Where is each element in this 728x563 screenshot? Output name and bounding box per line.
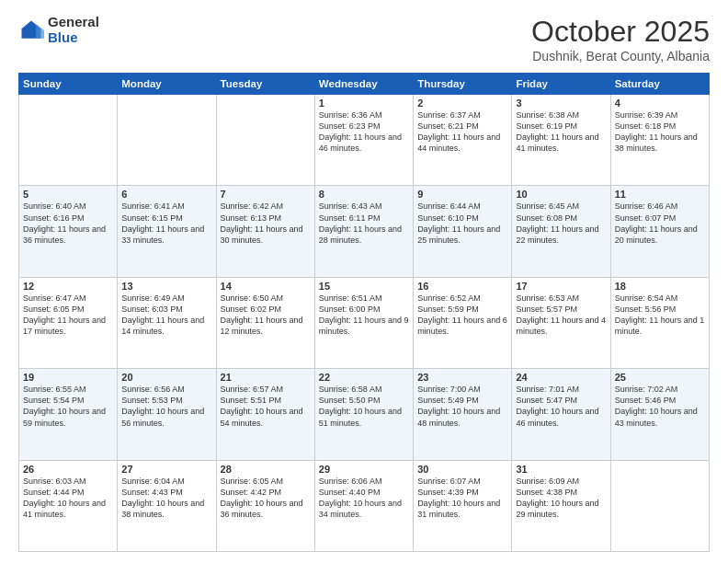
day-number: 11 — [615, 189, 705, 200]
day-info: Sunrise: 6:58 AM Sunset: 5:50 PM Dayligh… — [319, 384, 409, 429]
calendar-header-thursday: Thursday — [414, 74, 512, 95]
day-info: Sunrise: 6:04 AM Sunset: 4:43 PM Dayligh… — [121, 476, 211, 521]
day-number: 27 — [121, 464, 211, 475]
day-info: Sunrise: 6:05 AM Sunset: 4:42 PM Dayligh… — [221, 476, 311, 521]
day-info: Sunrise: 7:01 AM Sunset: 5:47 PM Dayligh… — [516, 384, 606, 429]
calendar-cell: 8Sunrise: 6:43 AM Sunset: 6:11 PM Daylig… — [314, 186, 413, 277]
calendar-cell: 16Sunrise: 6:52 AM Sunset: 5:59 PM Dayli… — [414, 277, 512, 368]
calendar-cell: 31Sunrise: 6:09 AM Sunset: 4:38 PM Dayli… — [512, 460, 610, 551]
day-number: 18 — [615, 281, 705, 292]
day-number: 14 — [221, 281, 311, 292]
header: General Blue October 2025 Dushnik, Berat… — [18, 15, 710, 63]
calendar-cell: 11Sunrise: 6:46 AM Sunset: 6:07 PM Dayli… — [610, 186, 709, 277]
calendar-cell: 6Sunrise: 6:41 AM Sunset: 6:15 PM Daylig… — [118, 186, 216, 277]
calendar-header-monday: Monday — [118, 74, 216, 95]
calendar-cell: 7Sunrise: 6:42 AM Sunset: 6:13 PM Daylig… — [216, 186, 314, 277]
calendar-cell: 14Sunrise: 6:50 AM Sunset: 6:02 PM Dayli… — [216, 277, 314, 368]
day-info: Sunrise: 6:06 AM Sunset: 4:40 PM Dayligh… — [319, 476, 409, 521]
calendar-header-friday: Friday — [512, 74, 610, 95]
calendar-cell: 15Sunrise: 6:51 AM Sunset: 6:00 PM Dayli… — [314, 277, 413, 368]
calendar-cell: 19Sunrise: 6:55 AM Sunset: 5:54 PM Dayli… — [19, 369, 118, 460]
day-number: 19 — [23, 372, 113, 383]
calendar-cell: 23Sunrise: 7:00 AM Sunset: 5:49 PM Dayli… — [414, 369, 512, 460]
day-number: 10 — [516, 189, 606, 200]
day-number: 13 — [121, 281, 211, 292]
day-info: Sunrise: 6:56 AM Sunset: 5:53 PM Dayligh… — [121, 384, 211, 429]
day-info: Sunrise: 6:03 AM Sunset: 4:44 PM Dayligh… — [23, 476, 113, 521]
calendar-cell: 26Sunrise: 6:03 AM Sunset: 4:44 PM Dayli… — [19, 460, 118, 551]
calendar-cell — [610, 460, 709, 551]
day-info: Sunrise: 6:55 AM Sunset: 5:54 PM Dayligh… — [23, 384, 113, 429]
day-number: 9 — [417, 189, 507, 200]
day-number: 29 — [319, 464, 409, 475]
calendar-cell — [216, 95, 314, 186]
calendar-cell: 3Sunrise: 6:38 AM Sunset: 6:19 PM Daylig… — [512, 95, 610, 186]
day-number: 8 — [319, 189, 409, 200]
day-number: 6 — [121, 189, 211, 200]
calendar-cell: 20Sunrise: 6:56 AM Sunset: 5:53 PM Dayli… — [118, 369, 216, 460]
day-number: 5 — [23, 189, 113, 200]
day-number: 7 — [221, 189, 311, 200]
day-info: Sunrise: 6:53 AM Sunset: 5:57 PM Dayligh… — [516, 293, 606, 338]
calendar-week-row: 19Sunrise: 6:55 AM Sunset: 5:54 PM Dayli… — [19, 369, 710, 460]
day-info: Sunrise: 6:39 AM Sunset: 6:18 PM Dayligh… — [615, 109, 705, 155]
calendar-cell — [118, 95, 216, 186]
day-number: 24 — [516, 372, 606, 383]
calendar-week-row: 5Sunrise: 6:40 AM Sunset: 6:16 PM Daylig… — [19, 186, 710, 277]
day-info: Sunrise: 6:07 AM Sunset: 4:39 PM Dayligh… — [417, 476, 507, 521]
day-info: Sunrise: 6:45 AM Sunset: 6:08 PM Dayligh… — [516, 201, 606, 246]
calendar-cell: 1Sunrise: 6:36 AM Sunset: 6:23 PM Daylig… — [314, 95, 413, 186]
calendar-cell: 5Sunrise: 6:40 AM Sunset: 6:16 PM Daylig… — [19, 186, 118, 277]
day-info: Sunrise: 6:50 AM Sunset: 6:02 PM Dayligh… — [221, 293, 311, 338]
calendar-cell: 18Sunrise: 6:54 AM Sunset: 5:56 PM Dayli… — [610, 277, 709, 368]
day-number: 15 — [319, 281, 409, 292]
calendar-header-saturday: Saturday — [610, 74, 709, 95]
logo-icon — [18, 17, 44, 43]
day-info: Sunrise: 6:41 AM Sunset: 6:15 PM Dayligh… — [121, 201, 211, 246]
location: Dushnik, Berat County, Albania — [531, 49, 710, 63]
calendar-header-wednesday: Wednesday — [314, 74, 413, 95]
day-info: Sunrise: 6:09 AM Sunset: 4:38 PM Dayligh… — [516, 476, 606, 521]
logo-general-text: General — [48, 15, 99, 30]
day-info: Sunrise: 6:52 AM Sunset: 5:59 PM Dayligh… — [417, 293, 507, 338]
calendar-cell: 21Sunrise: 6:57 AM Sunset: 5:51 PM Dayli… — [216, 369, 314, 460]
day-number: 12 — [23, 281, 113, 292]
day-number: 25 — [615, 372, 705, 383]
day-info: Sunrise: 6:57 AM Sunset: 5:51 PM Dayligh… — [221, 384, 311, 429]
logo-text: General Blue — [48, 15, 99, 45]
page: General Blue October 2025 Dushnik, Berat… — [0, 0, 728, 563]
day-number: 4 — [615, 98, 705, 109]
day-info: Sunrise: 7:02 AM Sunset: 5:46 PM Dayligh… — [615, 384, 705, 429]
day-info: Sunrise: 6:49 AM Sunset: 6:03 PM Dayligh… — [121, 293, 211, 338]
day-info: Sunrise: 6:38 AM Sunset: 6:19 PM Dayligh… — [516, 109, 606, 155]
calendar-week-row: 1Sunrise: 6:36 AM Sunset: 6:23 PM Daylig… — [19, 95, 710, 186]
day-number: 28 — [221, 464, 311, 475]
day-number: 16 — [417, 281, 507, 292]
day-info: Sunrise: 6:37 AM Sunset: 6:21 PM Dayligh… — [417, 109, 507, 155]
logo: General Blue — [18, 15, 99, 45]
calendar-header-row: SundayMondayTuesdayWednesdayThursdayFrid… — [19, 74, 710, 95]
calendar-cell: 25Sunrise: 7:02 AM Sunset: 5:46 PM Dayli… — [610, 369, 709, 460]
day-info: Sunrise: 6:42 AM Sunset: 6:13 PM Dayligh… — [221, 201, 311, 246]
day-number: 31 — [516, 464, 606, 475]
day-number: 26 — [23, 464, 113, 475]
calendar-table: SundayMondayTuesdayWednesdayThursdayFrid… — [18, 73, 710, 552]
calendar-cell: 29Sunrise: 6:06 AM Sunset: 4:40 PM Dayli… — [314, 460, 413, 551]
day-number: 2 — [417, 98, 507, 109]
day-number: 1 — [319, 98, 409, 109]
title-block: October 2025 Dushnik, Berat County, Alba… — [531, 15, 710, 63]
day-info: Sunrise: 6:44 AM Sunset: 6:10 PM Dayligh… — [417, 201, 507, 246]
calendar-cell: 22Sunrise: 6:58 AM Sunset: 5:50 PM Dayli… — [314, 369, 413, 460]
day-number: 3 — [516, 98, 606, 109]
day-info: Sunrise: 6:36 AM Sunset: 6:23 PM Dayligh… — [319, 109, 409, 155]
calendar-cell: 17Sunrise: 6:53 AM Sunset: 5:57 PM Dayli… — [512, 277, 610, 368]
day-number: 22 — [319, 372, 409, 383]
calendar-cell: 2Sunrise: 6:37 AM Sunset: 6:21 PM Daylig… — [414, 95, 512, 186]
day-info: Sunrise: 7:00 AM Sunset: 5:49 PM Dayligh… — [417, 384, 507, 429]
day-info: Sunrise: 6:51 AM Sunset: 6:00 PM Dayligh… — [319, 293, 409, 338]
calendar-cell: 30Sunrise: 6:07 AM Sunset: 4:39 PM Dayli… — [414, 460, 512, 551]
calendar-cell: 24Sunrise: 7:01 AM Sunset: 5:47 PM Dayli… — [512, 369, 610, 460]
day-number: 23 — [417, 372, 507, 383]
day-info: Sunrise: 6:47 AM Sunset: 6:05 PM Dayligh… — [23, 293, 113, 338]
day-info: Sunrise: 6:54 AM Sunset: 5:56 PM Dayligh… — [615, 293, 705, 338]
